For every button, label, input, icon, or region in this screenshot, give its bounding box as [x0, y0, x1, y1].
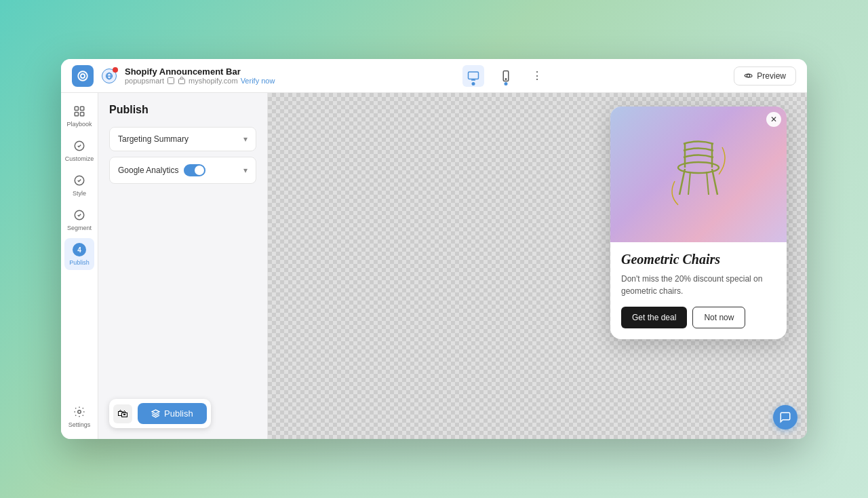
customize-icon — [72, 138, 87, 153]
publish-badge: 4 — [73, 243, 86, 256]
publish-button[interactable]: Publish — [138, 403, 207, 424]
svg-line-23 — [707, 172, 709, 195]
bottom-bar: 🛍 Publish — [109, 399, 256, 428]
svg-point-0 — [81, 74, 85, 78]
not-now-button[interactable]: Not now — [692, 307, 745, 328]
playbook-icon — [72, 104, 87, 119]
chevron-down-icon: ▾ — [243, 134, 248, 144]
svg-rect-10 — [81, 107, 84, 110]
svg-point-1 — [78, 71, 87, 81]
sidebar-item-settings[interactable]: Settings — [64, 400, 94, 432]
svg-rect-11 — [75, 113, 78, 116]
svg-line-21 — [712, 169, 717, 195]
svg-point-16 — [78, 410, 81, 414]
svg-point-8 — [747, 74, 750, 77]
site-info: popupsmart myshopify.com Verify now — [125, 77, 275, 85]
targeting-summary-header[interactable]: Targeting Summary ▾ — [110, 128, 256, 151]
preview-button[interactable]: Preview — [734, 66, 796, 85]
more-menu[interactable]: ⋮ — [528, 66, 547, 85]
svg-rect-9 — [75, 107, 78, 110]
sidebar-item-style[interactable]: Style — [64, 169, 94, 201]
svg-line-22 — [688, 172, 690, 195]
publish-btn-wrap: 🛍 Publish — [109, 399, 211, 428]
get-deal-button[interactable]: Get the deal — [621, 307, 687, 328]
popup-description: Don't miss the 20% discount special on g… — [621, 273, 776, 297]
svg-rect-12 — [81, 113, 84, 116]
svg-point-7 — [505, 78, 507, 79]
popup-body: Geometric Chairs Don't miss the 20% disc… — [610, 242, 787, 339]
style-icon — [72, 173, 87, 188]
google-analytics-row: Google Analytics — [118, 164, 205, 176]
site-icon — [102, 69, 117, 83]
google-analytics-accordion: Google Analytics ▾ — [109, 157, 256, 184]
store-icon: 🛍 — [113, 404, 132, 423]
svg-rect-3 — [168, 78, 174, 84]
settings-icon — [72, 404, 87, 419]
panel-title: Publish — [109, 104, 256, 116]
segment-icon — [72, 208, 87, 223]
app-icon — [72, 65, 94, 87]
svg-rect-5 — [468, 72, 478, 79]
google-analytics-toggle[interactable] — [184, 164, 205, 176]
active-indicator — [471, 82, 475, 85]
google-analytics-header[interactable]: Google Analytics ▾ — [110, 157, 256, 183]
popup-actions: Get the deal Not now — [621, 307, 776, 328]
mobile-view-btn[interactable] — [495, 65, 517, 87]
mobile-indicator — [504, 82, 507, 85]
popup-card: ✕ — [610, 107, 787, 339]
desktop-view-btn[interactable] — [462, 65, 484, 87]
popup-image: ✕ — [610, 107, 787, 242]
left-panel: Publish Targeting Summary ▾ Google Analy… — [98, 93, 268, 439]
app-title: Shopify Announcement Bar — [125, 66, 275, 77]
sidebar-item-segment[interactable]: Segment — [64, 204, 94, 235]
chat-button[interactable] — [773, 405, 797, 429]
chair-illustration — [665, 134, 732, 215]
view-controls: ⋮ — [283, 65, 726, 87]
svg-line-20 — [679, 169, 685, 195]
chevron-down-icon-2: ▾ — [243, 166, 248, 175]
sidebar-icons: Playbook Customize Style — [61, 93, 98, 439]
sidebar-item-playbook[interactable]: Playbook — [64, 100, 94, 132]
targeting-summary-accordion: Targeting Summary ▾ — [109, 127, 256, 151]
main-content: Playbook Customize Style — [61, 93, 807, 439]
popup-close-button[interactable]: ✕ — [766, 112, 781, 127]
sidebar-item-customize[interactable]: Customize — [64, 134, 94, 166]
popup-title: Geometric Chairs — [621, 252, 776, 267]
top-bar: Shopify Announcement Bar popupsmart mysh… — [61, 59, 807, 93]
publish-icon: 4 — [72, 242, 87, 257]
sidebar-item-publish[interactable]: 4 Publish — [64, 238, 94, 270]
app-window: Shopify Announcement Bar popupsmart mysh… — [61, 59, 807, 439]
svg-rect-4 — [179, 79, 185, 84]
verify-link[interactable]: Verify now — [241, 77, 275, 85]
preview-area: ✕ — [268, 93, 807, 439]
